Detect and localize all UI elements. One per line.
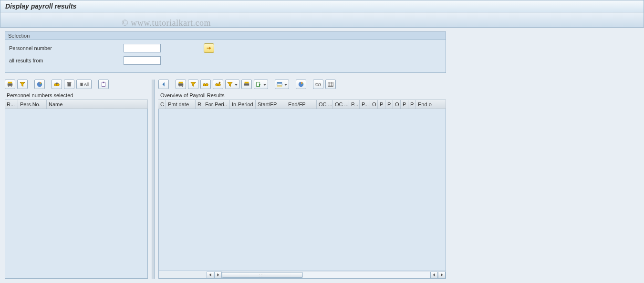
svg-rect-21 <box>244 83 249 85</box>
col-r[interactable]: R... <box>5 100 18 109</box>
scroll-left-button[interactable] <box>207 272 214 278</box>
col-endfp[interactable]: End/FP <box>286 100 317 109</box>
print-preview-button[interactable] <box>241 80 252 89</box>
col-o2[interactable]: O <box>393 100 401 109</box>
find-button[interactable] <box>52 80 62 89</box>
horizontal-scrollbar: ::: <box>158 271 446 279</box>
col-o1[interactable]: O <box>370 100 378 109</box>
col-p6[interactable]: P <box>408 100 416 109</box>
payroll-results-panel: Overview of Payroll Results C Pmt date R… <box>158 80 446 279</box>
col-p1[interactable]: P... <box>349 100 360 109</box>
splitter-handle[interactable] <box>152 80 155 279</box>
delete-all-button[interactable]: All <box>76 80 92 89</box>
svg-rect-14 <box>178 83 184 85</box>
funnel-icon <box>19 81 26 88</box>
binoculars-icon <box>202 81 209 88</box>
print-icon <box>243 81 250 88</box>
table-button[interactable] <box>325 80 336 89</box>
personnel-number-input[interactable] <box>124 44 161 52</box>
svg-rect-1 <box>8 83 13 85</box>
multiple-selection-button[interactable] <box>204 43 214 53</box>
back-button[interactable] <box>158 80 169 89</box>
col-r2[interactable]: R <box>196 100 203 109</box>
find-button-r[interactable] <box>200 80 211 89</box>
left-grid-header: R... Pers.No. Name <box>5 100 148 109</box>
right-panel-title: Overview of Payroll Results <box>158 91 446 100</box>
arrow-left-icon <box>160 81 167 88</box>
trash-icon <box>66 81 73 88</box>
col-persno[interactable]: Pers.No. <box>18 100 47 109</box>
left-grid-body <box>5 109 148 279</box>
svg-rect-8 <box>67 82 72 83</box>
glasses-icon <box>315 81 322 88</box>
col-oc2[interactable]: OC ... <box>333 100 349 109</box>
clipboard-icon <box>100 81 107 88</box>
svg-rect-20 <box>245 82 249 84</box>
col-name[interactable]: Name <box>47 100 148 109</box>
svg-rect-24 <box>277 84 282 85</box>
right-grid-body <box>158 109 446 271</box>
svg-point-19 <box>218 83 220 86</box>
print-button-r[interactable] <box>176 80 186 89</box>
triangle-right-icon <box>440 273 444 277</box>
print-icon <box>177 81 184 88</box>
scroll-track[interactable]: ::: <box>222 272 430 278</box>
personnel-numbers-panel: All Personnel numbers selected R... Pers… <box>5 80 148 279</box>
svg-rect-10 <box>80 83 83 83</box>
scroll-right-step-button[interactable] <box>214 272 222 278</box>
col-p3[interactable]: P <box>378 100 385 109</box>
col-forperi[interactable]: For-Peri.. <box>203 100 230 109</box>
left-panel-title: Personnel numbers selected <box>5 91 148 100</box>
delete-button[interactable] <box>64 80 74 89</box>
find-next-button[interactable] <box>213 80 223 89</box>
export-button[interactable] <box>254 80 268 89</box>
triangle-left-icon <box>208 273 212 277</box>
print-icon <box>7 81 13 88</box>
clipboard-button[interactable] <box>98 80 109 89</box>
col-oc1[interactable]: OC ... <box>317 100 333 109</box>
triangle-right-icon <box>216 273 220 277</box>
graphic-button[interactable] <box>34 80 45 89</box>
svg-rect-12 <box>103 82 104 83</box>
col-endo[interactable]: End o <box>416 100 446 109</box>
col-p2[interactable]: P... <box>360 100 370 109</box>
svg-rect-29 <box>328 82 333 87</box>
scroll-thumb[interactable]: ::: <box>222 272 303 278</box>
pie-chart-icon <box>36 81 43 88</box>
display-log-button[interactable] <box>313 80 323 89</box>
svg-rect-9 <box>80 83 83 86</box>
col-p4[interactable]: P <box>385 100 393 109</box>
export-icon <box>255 81 262 88</box>
filter-button-r[interactable] <box>188 80 198 89</box>
filter-button[interactable] <box>17 80 28 89</box>
scroll-left-step-button[interactable] <box>430 272 438 278</box>
layout-button[interactable] <box>275 80 289 89</box>
selection-group: Selection Personnel number all results f… <box>5 31 446 73</box>
scroll-right-button[interactable] <box>438 272 446 278</box>
svg-rect-15 <box>179 86 183 87</box>
page-title: Display payroll results <box>5 2 76 10</box>
print-button[interactable] <box>5 80 15 89</box>
svg-rect-25 <box>277 86 282 87</box>
funnel-icon <box>190 81 197 88</box>
col-p5[interactable]: P <box>401 100 408 109</box>
all-label: All <box>84 82 89 87</box>
col-startfp[interactable]: Start/FP <box>256 100 286 109</box>
table-icon <box>327 81 334 88</box>
binoculars-icon <box>53 81 60 88</box>
funnel-icon <box>227 81 233 88</box>
svg-point-16 <box>203 83 206 86</box>
graphic-button-r[interactable] <box>296 80 306 89</box>
col-c[interactable]: C <box>158 100 166 109</box>
pie-chart-icon <box>298 81 304 88</box>
svg-rect-0 <box>8 82 12 84</box>
svg-rect-2 <box>9 86 12 87</box>
svg-point-18 <box>216 83 218 86</box>
left-toolbar: All <box>5 80 148 89</box>
col-pmtdate[interactable]: Pmt date <box>166 100 196 109</box>
triangle-left-icon <box>432 273 436 277</box>
personnel-number-label: Personnel number <box>9 45 124 51</box>
set-filter-button[interactable] <box>225 80 239 89</box>
col-inperiod[interactable]: In-Period <box>230 100 256 109</box>
all-results-from-input[interactable] <box>124 56 161 65</box>
